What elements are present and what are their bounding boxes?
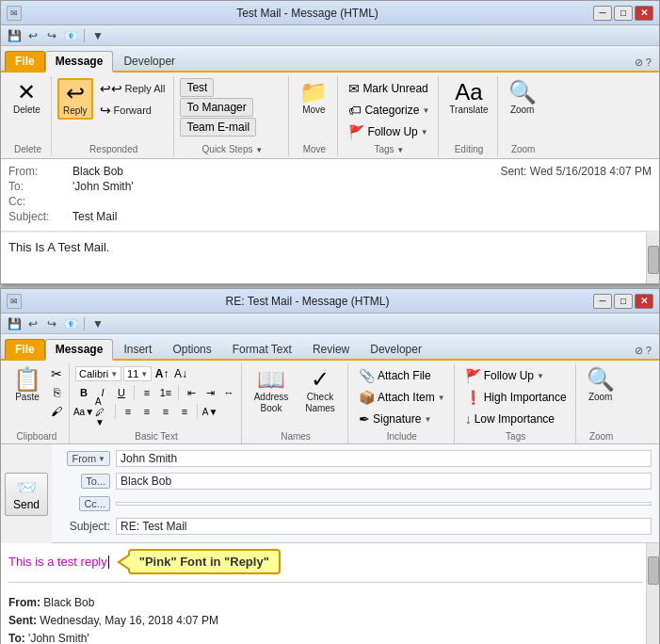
attach-item-button[interactable]: 📦 Attach Item ▼ xyxy=(354,387,450,408)
send-button[interactable]: 📨 Send xyxy=(5,473,48,516)
reply-button[interactable]: ↩ Reply xyxy=(57,78,93,120)
reply-all-label: Reply All xyxy=(125,83,166,94)
customize-qa-icon[interactable]: ▼ xyxy=(90,28,105,43)
increase-font-btn[interactable]: A↑ xyxy=(153,365,170,382)
scroll-thumb-1[interactable] xyxy=(648,246,659,274)
tab-developer-1[interactable]: Developer xyxy=(113,51,185,71)
delete-button[interactable]: ✕ Delete xyxy=(8,78,45,118)
forward-button[interactable]: ↪ Forward xyxy=(95,100,170,121)
qs-team[interactable]: Team E-mail xyxy=(180,118,256,137)
move-button[interactable]: 📁 Move xyxy=(295,78,332,118)
tab-review-2[interactable]: Review xyxy=(302,339,360,359)
maximize-button-2[interactable]: □ xyxy=(614,294,633,309)
scrollbar-1[interactable] xyxy=(646,233,659,283)
qs-manager[interactable]: To Manager xyxy=(180,98,252,117)
address-book-button[interactable]: 📖 Address Book xyxy=(248,365,295,417)
categorize-button[interactable]: 🏷 Categorize ▼ xyxy=(344,100,434,121)
subject-value-field[interactable]: RE: Test Mail xyxy=(116,518,652,535)
mark-unread-label: Mark Unread xyxy=(362,82,427,95)
color-divider-2 xyxy=(197,404,198,419)
high-importance-button[interactable]: ❗ High Importance xyxy=(460,387,571,408)
help-icon-2[interactable]: ⊘ ? xyxy=(631,343,655,359)
font-color-btn[interactable]: A▼ xyxy=(201,403,218,420)
bullets-button[interactable]: ≡ xyxy=(138,384,155,401)
redo-qa-icon-2[interactable]: ↪ xyxy=(44,316,59,331)
align-center-btn[interactable]: ≡ xyxy=(138,403,155,420)
to-btn-label: To... xyxy=(86,475,105,487)
to-btn[interactable]: To... xyxy=(81,474,110,489)
save-qa-icon-2[interactable]: 💾 xyxy=(7,316,22,331)
follow-up-button-2[interactable]: 🚩 Follow Up ▼ xyxy=(460,365,549,386)
highlight-btn[interactable]: A🖊▼ xyxy=(94,403,111,420)
mail-qa-icon[interactable]: 📧 xyxy=(63,28,78,43)
zoom-button-2[interactable]: 🔍 Zoom xyxy=(582,365,620,405)
close-button-2[interactable]: ✕ xyxy=(635,294,653,309)
tab-developer-2[interactable]: Developer xyxy=(360,339,432,359)
decrease-indent-btn[interactable]: ⇤ xyxy=(183,384,200,401)
save-qa-icon[interactable]: 💾 xyxy=(7,28,22,43)
qs-test[interactable]: Test xyxy=(180,78,214,97)
underline-button[interactable]: U xyxy=(113,384,130,401)
translate-button[interactable]: Aa Translate xyxy=(444,78,492,118)
align-right-btn[interactable]: ≡ xyxy=(157,403,174,420)
font-size-value: 11 xyxy=(127,368,138,379)
cut-button[interactable]: ✂ xyxy=(48,365,65,382)
undo-qa-icon-2[interactable]: ↩ xyxy=(25,316,40,331)
tab-file-1[interactable]: File xyxy=(5,51,45,71)
tab-message-1[interactable]: Message xyxy=(45,51,114,72)
font-size-dd: ▼ xyxy=(140,370,148,378)
decrease-font-btn[interactable]: A↓ xyxy=(172,365,189,382)
tab-options-2[interactable]: Options xyxy=(162,339,221,359)
to-label: To: xyxy=(8,180,65,193)
rtl-btn[interactable]: ↔ xyxy=(220,384,237,401)
from-btn[interactable]: From ▼ xyxy=(67,451,110,466)
minimize-button-2[interactable]: ─ xyxy=(593,294,612,309)
group-respond-label: Responded xyxy=(57,144,169,154)
close-button-1[interactable]: ✕ xyxy=(635,6,653,21)
copy-button[interactable]: ⎘ xyxy=(48,384,65,401)
undo-qa-icon[interactable]: ↩ xyxy=(25,28,40,43)
increase-indent-btn[interactable]: ⇥ xyxy=(201,384,218,401)
minimize-button-1[interactable]: ─ xyxy=(593,6,612,21)
scroll-thumb-2[interactable] xyxy=(648,556,659,585)
bold-button[interactable]: B xyxy=(75,384,92,401)
format-divider-2 xyxy=(178,385,179,400)
check-names-button[interactable]: ✓ Check Names xyxy=(297,365,344,417)
compose-from-btn[interactable]: From ▼ xyxy=(59,451,116,466)
font-family-select[interactable]: Calibri ▼ xyxy=(75,366,121,381)
attach-file-button[interactable]: 📎 Attach File xyxy=(354,365,436,386)
to-value-field[interactable]: Black Bob xyxy=(116,473,652,490)
justify-btn[interactable]: ≡ xyxy=(176,403,193,420)
tab-message-2[interactable]: Message xyxy=(45,339,114,361)
maximize-button-1[interactable]: □ xyxy=(614,6,633,21)
align-left-btn[interactable]: ≡ xyxy=(120,403,137,420)
mark-unread-button[interactable]: ✉ Mark Unread xyxy=(344,78,432,99)
cc-btn-label: Cc... xyxy=(84,498,105,509)
quoted-from-value: Black Bob xyxy=(43,596,94,609)
compose-body[interactable]: This is a test reply "Pink" Font in "Rep… xyxy=(1,543,659,644)
customize-qa-icon-2[interactable]: ▼ xyxy=(90,316,105,331)
tab-format-text-2[interactable]: Format Text xyxy=(222,339,302,359)
signature-button[interactable]: ✒ Signature ▼ xyxy=(354,409,436,429)
cc-value-field[interactable] xyxy=(116,502,652,506)
follow-up-icon-1: 🚩 xyxy=(348,124,364,139)
low-importance-button[interactable]: ↓ Low Importance xyxy=(460,409,559,429)
font-size-select[interactable]: 11 ▼ xyxy=(123,366,152,381)
compose-fields-area: From ▼ John Smith To... Black Bob xyxy=(52,444,659,543)
mail-qa-icon-2[interactable]: 📧 xyxy=(63,316,78,331)
paste-button[interactable]: 📋 Paste xyxy=(8,365,46,405)
tab-insert-2[interactable]: Insert xyxy=(113,339,162,359)
group-zoom-label-1: Zoom xyxy=(504,144,543,154)
styles-btn[interactable]: Aa▼ xyxy=(75,403,92,420)
help-icon-1[interactable]: ⊘ ? xyxy=(631,55,655,71)
follow-up-button-1[interactable]: 🚩 Follow Up ▼ xyxy=(344,121,432,142)
zoom-button-1[interactable]: 🔍 Zoom xyxy=(504,78,541,118)
format-painter-button[interactable]: 🖌 xyxy=(48,403,65,420)
numbering-button[interactable]: 1≡ xyxy=(157,384,174,401)
group-qs-content: Test To Manager Team E-mail xyxy=(180,78,284,142)
scrollbar-2[interactable] xyxy=(646,543,659,644)
cc-btn[interactable]: Cc... xyxy=(79,496,110,511)
tab-file-2[interactable]: File xyxy=(5,339,45,359)
reply-all-button[interactable]: ↩↩ Reply All xyxy=(95,78,170,99)
redo-qa-icon[interactable]: ↪ xyxy=(44,28,59,43)
